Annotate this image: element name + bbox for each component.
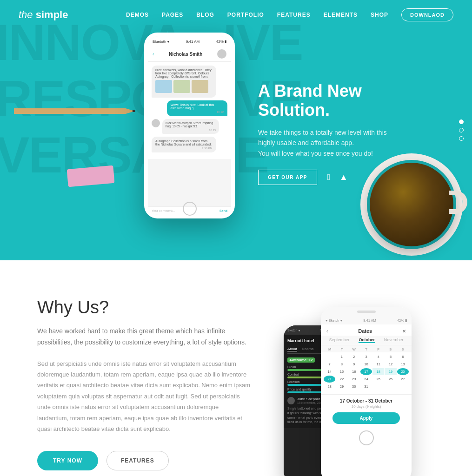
chat-send-button[interactable]: Send (219, 209, 227, 212)
logo-bold: simple (36, 9, 68, 20)
download-button[interactable]: DOWNLAOD (401, 8, 453, 21)
cup-handle (449, 191, 467, 214)
why-title: Why Us? (37, 298, 251, 317)
why-intro: We have worked hard to make this great t… (37, 326, 251, 348)
nav-blog[interactable]: BLOG (196, 12, 214, 18)
chat-image-1 (155, 80, 172, 93)
nav-shop[interactable]: SHOP (371, 12, 388, 18)
cal-month-nov[interactable]: November (384, 337, 404, 343)
cal-nights: 10 days (9 nights) (326, 404, 406, 409)
android-store-icon[interactable]: ▲ (339, 172, 349, 182)
nav-pages[interactable]: PAGES (162, 12, 183, 18)
why-body: Sed ut perspiciatis unde omnis iste natu… (37, 358, 251, 435)
phone-home-button[interactable] (359, 430, 374, 445)
eraser-decoration (67, 165, 115, 187)
navbar: the simple DEMOS PAGES BLOG PORTFOLIO FE… (0, 0, 472, 30)
chat-message-2: Wow! This is nice. Look at this awesome … (167, 100, 227, 116)
calendar-header: ‹ Dates ✕ (321, 324, 412, 336)
contact-avatar (217, 49, 226, 59)
logo[interactable]: the simple (19, 9, 68, 21)
apple-store-icon[interactable]:  (324, 172, 334, 182)
chat-image-3 (192, 80, 208, 93)
chat-message-1: Nice sneakers, what a difference. They l… (152, 66, 216, 98)
cal-end-highlight[interactable]: 20 (397, 368, 409, 375)
calendar-day-labels: M T W T F S S (321, 345, 412, 352)
get-app-button[interactable]: GET OUR APP (258, 170, 317, 185)
reviewer-avatar (287, 397, 295, 404)
slider-dot-3[interactable] (459, 136, 464, 141)
cal-month-sep[interactable]: September (329, 337, 350, 343)
hero-phone-mockup: Bluetoth ● 9:41 AM 42% ▮ ‹ Nicholas Smit… (144, 33, 235, 218)
cal-start-date[interactable]: 17 (360, 368, 372, 375)
phone-calendar-white: ● Sketch ● 9:41 AM 42% ▮ ‹ Dates ✕ Septe… (321, 307, 412, 476)
slider-dot-2[interactable] (459, 128, 464, 132)
pencil-decoration (14, 107, 144, 115)
slider-dot-1[interactable] (459, 119, 464, 124)
rating-badge: Awesome 9.2 (287, 357, 315, 363)
hero-section: the simple DEMOS PAGES BLOG PORTFOLIO FE… (0, 0, 472, 260)
nav-portfolio[interactable]: PORTFOLIO (227, 12, 264, 18)
speaker (357, 311, 376, 313)
phone-status-bar: Bluetoth ● 9:41 AM 42% ▮ (148, 36, 231, 46)
phone-screen: Bluetoth ● 9:41 AM 42% ▮ ‹ Nicholas Smit… (148, 36, 231, 215)
logo-italic: the (19, 9, 33, 20)
hero-title: A Brand NewSolution. (258, 81, 435, 120)
cal-date-range: 17 October - 31 October (326, 398, 406, 403)
why-text-block: Why Us? We have worked hard to make this… (37, 298, 251, 470)
chat-messages[interactable]: Nice sneakers, what a difference. They l… (148, 62, 231, 159)
phone-home-button[interactable] (183, 202, 197, 216)
chat-image-thumbnails (155, 80, 213, 93)
status-carrier: Bluetoth ● (153, 40, 169, 44)
chat-reply-avatar (152, 119, 160, 127)
why-buttons-row: TRY NOW FEATURES (37, 451, 251, 470)
chat-time-3: 2:38 PM (155, 147, 213, 150)
cal-title: Dates (358, 328, 372, 334)
cal-month-oct[interactable]: October (359, 337, 375, 343)
status-time: 9:41 AM (186, 40, 199, 44)
hotel-tab-about[interactable]: About (287, 347, 297, 351)
nav-elements[interactable]: ELEMENTS (324, 12, 358, 18)
nav-demos[interactable]: DEMOS (126, 12, 149, 18)
hotel-name: Marriott hotel (287, 338, 314, 343)
cal-close-icon[interactable]: ✕ (402, 329, 406, 334)
slider-indicator (459, 119, 464, 141)
phone-chat-header: ‹ Nicholas Smith (148, 46, 231, 62)
chat-image-2 (173, 80, 190, 93)
chat-message-4: Autograph Collection is a smell from the… (152, 137, 216, 152)
chat-time-1: 10:12 (171, 111, 224, 113)
phone-back-arrow[interactable]: ‹ (153, 52, 154, 57)
phone-home-area (321, 428, 412, 448)
nav-features[interactable]: FEATURES (277, 12, 311, 18)
why-phones-showcase: Sketch ● 9:41 AM 42% ▮ Marriott hotel Ab… (279, 298, 435, 476)
calendar-month-selector: September October November (321, 336, 412, 345)
store-icons:  ▲ (324, 172, 349, 182)
cup-interior (370, 163, 453, 246)
chat-reply-row: Nick Martin-Morgan Street Inspiring hug.… (152, 119, 227, 134)
contact-name: Nicholas Smith (157, 52, 214, 57)
why-us-section: Why Us? We have worked hard to make this… (0, 260, 472, 476)
pencil-lead (133, 110, 135, 112)
pencil-body (14, 108, 126, 114)
calendar-apply-button[interactable]: Apply (332, 412, 400, 424)
phone-notch (321, 307, 412, 316)
hotel-tab-rooms[interactable]: Rooms (302, 347, 313, 351)
calendar-grid: 1 2 3 4 5 6 7 8 9 10 11 12 13 14 15 16 1… (321, 352, 412, 394)
chat-time-2: 10:15 (166, 129, 216, 132)
coffee-cup-decoration (365, 158, 458, 251)
chat-message-3: Nick Martin-Morgan Street Inspiring hug.… (162, 119, 219, 134)
nav-links: DEMOS PAGES BLOG PORTFOLIO FEATURES ELEM… (126, 8, 453, 21)
status-battery: 42% ▮ (216, 40, 226, 44)
calendar-footer: 17 October - 31 October 10 days (9 night… (321, 394, 412, 428)
features-button[interactable]: FEATURES (106, 451, 169, 470)
cal-end-date[interactable]: 21 (324, 376, 335, 383)
cal-back-arrow[interactable]: ‹ (326, 329, 328, 334)
try-now-button[interactable]: TRY NOW (37, 451, 98, 470)
